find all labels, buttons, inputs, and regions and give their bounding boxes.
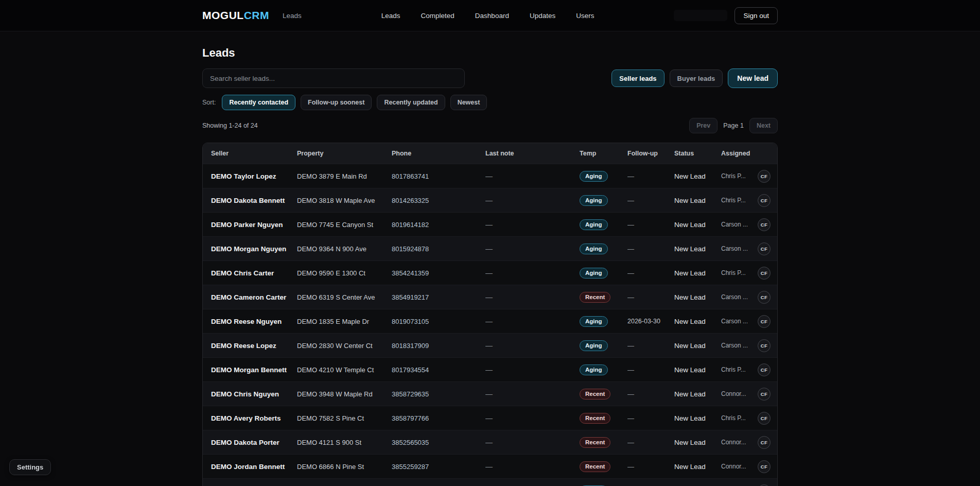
table-row[interactable]: DEMO Dakota Porter DEMO 4121 S 900 St 38… (203, 430, 777, 454)
phone-number: 8015924878 (392, 245, 485, 253)
sort-recently-updated-button[interactable]: Recently updated (377, 95, 445, 110)
assigned-name: Chris P... (721, 197, 746, 204)
last-note: — (485, 414, 580, 422)
sort-newest-button[interactable]: Newest (450, 95, 487, 110)
table-row[interactable]: DEMO Reese Lopez DEMO 2830 W Center Ct 8… (203, 333, 777, 357)
status-text: New Lead (674, 463, 721, 471)
top-bar: MOGULCRM Leads Leads Completed Dashboard… (0, 0, 980, 31)
assigned-name: Chris P... (721, 366, 746, 373)
status-text: New Lead (674, 390, 721, 398)
last-note: — (485, 462, 580, 471)
follow-up-date: — (627, 293, 674, 301)
table-row[interactable]: DEMO Chris Carter DEMO 9590 E 1300 Ct 38… (203, 261, 777, 285)
temp-badge: Aging (580, 316, 608, 327)
seller-name: DEMO Cameron Carter (203, 293, 297, 301)
seller-name: DEMO Morgan Nguyen (203, 245, 297, 253)
phone-number: 8019614182 (392, 221, 485, 229)
table-row[interactable]: DEMO Dakota Bennett DEMO 3818 W Maple Av… (203, 188, 777, 212)
property-address: DEMO 2830 W Center Ct (297, 342, 392, 350)
assignee-avatar: CF (758, 267, 771, 280)
table-row[interactable]: DEMO Avery Roberts DEMO 7582 S Pine Ct 3… (203, 406, 777, 430)
assignee-avatar: CF (758, 315, 771, 328)
column-header-assigned: Assigned (721, 150, 777, 157)
table-row[interactable]: Aging CF (203, 478, 777, 486)
table-row[interactable]: DEMO Reese Nguyen DEMO 1835 E Maple Dr 8… (203, 309, 777, 333)
next-page-button[interactable]: Next (749, 118, 778, 133)
table-row[interactable]: DEMO Morgan Nguyen DEMO 9364 N 900 Ave 8… (203, 236, 777, 261)
status-text: New Lead (674, 439, 721, 446)
table-row[interactable]: DEMO Morgan Bennett DEMO 4210 W Temple C… (203, 357, 777, 381)
status-text: New Lead (674, 342, 721, 350)
assignee-avatar: CF (758, 242, 771, 255)
assigned-name: Chris P... (721, 269, 746, 276)
pagination: Prev Page 1 Next (689, 118, 778, 133)
column-header-status: Status (674, 150, 721, 157)
temp-badge: Aging (580, 195, 608, 206)
follow-up-date: — (627, 269, 674, 277)
nav-users[interactable]: Users (576, 12, 594, 20)
sign-out-button[interactable]: Sign out (734, 7, 778, 24)
follow-up-date: — (627, 414, 674, 422)
assigned-name: Carson ... (721, 221, 748, 228)
last-note: — (485, 269, 580, 277)
nav-dashboard[interactable]: Dashboard (475, 12, 509, 20)
new-lead-button[interactable]: New lead (728, 68, 778, 88)
assigned-name: Connor... (721, 390, 746, 397)
assignee-avatar: CF (758, 436, 771, 449)
last-note: — (485, 317, 580, 325)
column-header-last-note: Last note (485, 150, 580, 157)
status-text: New Lead (674, 318, 721, 325)
seller-leads-button[interactable]: Seller leads (611, 70, 664, 87)
seller-name: DEMO Avery Roberts (203, 414, 297, 422)
property-address: DEMO 9364 N 900 Ave (297, 245, 392, 253)
temp-badge: Recent (580, 389, 610, 400)
table-row[interactable]: DEMO Chris Nguyen DEMO 3948 W Maple Rd 3… (203, 381, 777, 406)
phone-number: 8014263325 (392, 197, 485, 204)
last-note: — (485, 341, 580, 350)
last-note: — (485, 293, 580, 301)
seller-name: DEMO Chris Nguyen (203, 390, 297, 398)
phone-number: 8017863741 (392, 172, 485, 180)
assignee-avatar: CF (758, 412, 771, 425)
table-header-row: Seller Property Phone Last note Temp Fol… (203, 143, 777, 164)
app-logo[interactable]: MOGULCRM (202, 9, 269, 22)
temp-badge: Aging (580, 171, 608, 182)
follow-up-date: — (627, 390, 674, 398)
last-note: — (485, 196, 580, 204)
nav-completed[interactable]: Completed (421, 12, 454, 20)
temp-badge: Recent (580, 437, 610, 448)
search-input[interactable] (202, 68, 465, 88)
nav-updates[interactable]: Updates (530, 12, 555, 20)
status-text: New Lead (674, 245, 721, 253)
last-note: — (485, 172, 580, 180)
status-text: New Lead (674, 366, 721, 374)
status-text: New Lead (674, 172, 721, 180)
assignee-avatar: CF (758, 218, 771, 231)
prev-page-button[interactable]: Prev (689, 118, 717, 133)
sort-follow-up-soonest-button[interactable]: Follow-up soonest (301, 95, 372, 110)
column-header-follow-up: Follow-up (627, 150, 674, 157)
assigned-name: Connor... (721, 463, 746, 470)
column-header-property: Property (297, 150, 392, 157)
results-count: Showing 1-24 of 24 (202, 122, 258, 129)
property-address: DEMO 3879 E Main Rd (297, 172, 392, 180)
phone-number: 8019073105 (392, 318, 485, 325)
temp-badge: Recent (580, 292, 610, 303)
buyer-leads-button[interactable]: Buyer leads (670, 70, 723, 87)
main-nav: Leads Completed Dashboard Updates Users (302, 12, 674, 20)
table-row[interactable]: DEMO Taylor Lopez DEMO 3879 E Main Rd 80… (203, 164, 777, 188)
table-row[interactable]: DEMO Cameron Carter DEMO 6319 S Center A… (203, 285, 777, 309)
table-row[interactable]: DEMO Parker Nguyen DEMO 7745 E Canyon St… (203, 212, 777, 236)
seller-name: DEMO Parker Nguyen (203, 221, 297, 229)
follow-up-date: — (627, 366, 674, 374)
assigned-name: Carson ... (721, 342, 748, 349)
table-row[interactable]: DEMO Jordan Bennett DEMO 6866 N Pine St … (203, 454, 777, 478)
property-address: DEMO 6866 N Pine St (297, 463, 392, 471)
status-text: New Lead (674, 269, 721, 277)
status-text: New Lead (674, 414, 721, 422)
settings-button[interactable]: Settings (9, 459, 51, 475)
column-header-temp: Temp (580, 150, 627, 157)
last-note: — (485, 220, 580, 229)
nav-leads[interactable]: Leads (381, 12, 400, 20)
sort-recently-contacted-button[interactable]: Recently contacted (222, 95, 295, 110)
